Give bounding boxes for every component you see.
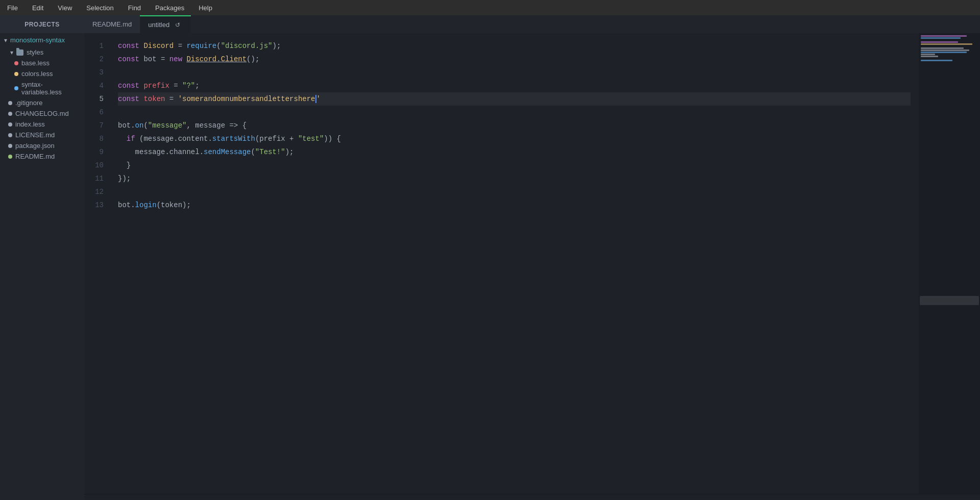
code-line-13: bot.login(token); — [118, 198, 911, 212]
sidebar-folder-styles[interactable]: styles — [0, 47, 84, 58]
line-numbers: 1 2 3 4 5 6 7 8 9 10 11 12 13 — [84, 33, 110, 494]
sidebar-project-root[interactable]: monostorm-syntax — [0, 33, 84, 47]
minimap-line — [921, 43, 972, 45]
tab-label: README.md — [92, 20, 132, 28]
minimap-line — [921, 37, 961, 39]
menu-bar: File Edit View Selection Find Packages H… — [0, 0, 980, 15]
sidebar-file-license[interactable]: LICENSE.md — [0, 130, 84, 140]
file-dot-icon — [8, 112, 12, 116]
folder-label-styles: styles — [27, 48, 43, 56]
sidebar-file-syntax-variables[interactable]: syntax-variables.less — [0, 79, 84, 97]
file-label: base.less — [21, 59, 50, 67]
menu-selection[interactable]: Selection — [83, 3, 116, 13]
sidebar-file-base-less[interactable]: base.less — [0, 58, 84, 68]
file-dot-icon — [14, 61, 18, 65]
line-number: 13 — [84, 198, 104, 212]
menu-edit[interactable]: Edit — [29, 3, 46, 13]
minimap-content — [919, 33, 980, 64]
line-number: 5 — [84, 92, 104, 106]
line-number: 9 — [84, 145, 104, 159]
line-number: 3 — [84, 66, 104, 79]
sidebar-header: Projects — [0, 15, 84, 33]
project-root-label: monostorm-syntax — [10, 36, 65, 44]
main-layout: Projects monostorm-syntax styles base.le… — [0, 15, 980, 500]
file-label: CHANGELOG.md — [15, 110, 69, 117]
minimap-line — [921, 56, 938, 57]
line-number: 10 — [84, 159, 104, 172]
minimap-line — [921, 47, 964, 49]
code-line-11: }); — [118, 172, 911, 185]
sidebar-file-changelog[interactable]: CHANGELOG.md — [0, 108, 84, 119]
tab-close-icon[interactable]: ↺ — [174, 21, 182, 29]
code-editor: 1 2 3 4 5 6 7 8 9 10 11 12 13 const Disc… — [84, 33, 980, 494]
code-line-7: bot.on("message", message => { — [118, 119, 911, 132]
minimap-line — [921, 49, 969, 51]
code-line-1: const Discord = require("discord.js"); — [118, 39, 911, 53]
code-line-6 — [118, 106, 911, 119]
tab-label: untitled — [148, 21, 169, 29]
file-label: index.less — [15, 120, 45, 128]
code-line-2: const bot = new Discord.Client(); — [118, 53, 911, 66]
file-dot-icon — [8, 122, 12, 127]
file-dot-icon — [8, 133, 12, 137]
code-line-10: } — [118, 159, 911, 172]
file-label: .gitignore — [15, 99, 42, 107]
line-number: 8 — [84, 132, 104, 145]
folder-icon — [16, 49, 23, 56]
file-dot-icon — [14, 86, 18, 90]
line-number: 1 — [84, 39, 104, 53]
menu-find[interactable]: Find — [125, 3, 144, 13]
menu-help[interactable]: Help — [195, 3, 215, 13]
line-number: 2 — [84, 53, 104, 66]
sidebar-title: Projects — [24, 21, 60, 28]
chevron-down-icon — [10, 50, 15, 55]
line-number: 6 — [84, 106, 104, 119]
minimap-line — [921, 35, 967, 37]
code-content[interactable]: const Discord = require("discord.js"); c… — [110, 33, 919, 494]
code-line-4: const prefix = "?"; — [118, 79, 911, 92]
tab-readme[interactable]: README.md — [84, 15, 140, 33]
sidebar-file-gitignore[interactable]: .gitignore — [0, 97, 84, 108]
minimap-line — [921, 52, 967, 53]
minimap-line — [921, 41, 958, 43]
editor-area: README.md untitled ↺ 1 2 3 4 5 6 7 8 9 1… — [84, 15, 980, 500]
tab-bar: README.md untitled ↺ — [84, 15, 980, 33]
sidebar: Projects monostorm-syntax styles base.le… — [0, 15, 84, 500]
chevron-down-icon — [4, 38, 9, 43]
code-line-9: message.channel.sendMessage("Test!"); — [118, 145, 911, 159]
sidebar-file-package-json[interactable]: package.json — [0, 140, 84, 151]
minimap — [919, 33, 980, 494]
sidebar-file-index-less[interactable]: index.less — [0, 119, 84, 130]
line-number: 12 — [84, 185, 104, 198]
line-number: 11 — [84, 172, 104, 185]
file-dot-icon — [14, 72, 18, 76]
menu-view[interactable]: View — [55, 3, 75, 13]
file-label: colors.less — [21, 70, 53, 78]
sidebar-file-colors-less[interactable]: colors.less — [0, 68, 84, 79]
file-dot-icon — [8, 144, 12, 148]
file-label: syntax-variables.less — [21, 81, 80, 96]
minimap-line — [921, 60, 952, 61]
minimap-viewport-indicator — [920, 296, 979, 305]
sidebar-file-readme[interactable]: README.md — [0, 151, 84, 162]
line-number: 7 — [84, 119, 104, 132]
menu-packages[interactable]: Packages — [152, 3, 187, 13]
line-number: 4 — [84, 79, 104, 92]
code-line-8: if (message.content.startsWith(prefix + … — [118, 132, 911, 145]
file-dot-icon — [8, 101, 12, 105]
code-line-12 — [118, 185, 911, 198]
menu-file[interactable]: File — [4, 3, 21, 13]
tab-untitled[interactable]: untitled ↺ — [140, 15, 191, 33]
minimap-line — [921, 54, 935, 55]
code-line-3 — [118, 66, 911, 79]
file-dot-icon — [8, 155, 12, 159]
scrollbar-area[interactable] — [84, 494, 980, 500]
file-label: README.md — [15, 153, 55, 160]
file-label: LICENSE.md — [15, 131, 55, 139]
file-label: package.json — [15, 142, 55, 149]
code-line-5: const token = 'somerandomnumbersandlette… — [118, 92, 911, 106]
